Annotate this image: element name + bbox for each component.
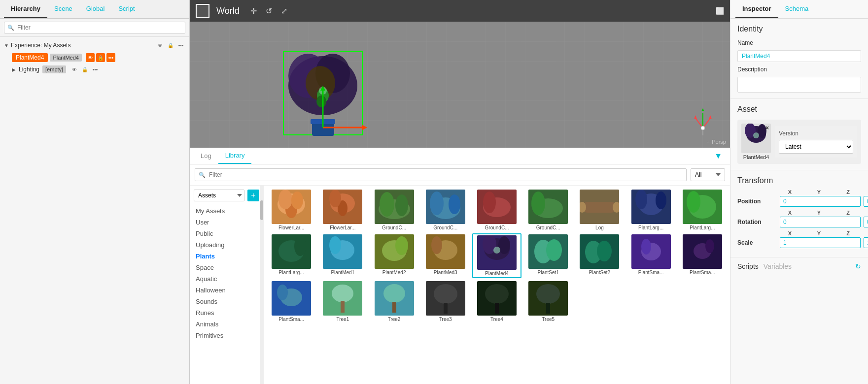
scale-icon[interactable]: ⤢ [281, 6, 287, 16]
category-plants[interactable]: Plants [190, 251, 263, 262]
svg-point-50 [329, 236, 341, 254]
move-icon[interactable]: ✛ [250, 6, 257, 16]
lock-icon-selected[interactable]: 🔒 [96, 53, 105, 62]
category-runes[interactable]: Runes [190, 307, 263, 319]
rotation-x-input[interactable] [780, 217, 861, 227]
asset-item-plantlarg1[interactable]: PlantLarg... [626, 189, 676, 231]
viewport-square-icon[interactable] [196, 4, 209, 18]
asset-item-plantsma1[interactable]: PlantSma... [626, 233, 676, 278]
scale-y-input[interactable] [864, 237, 868, 248]
assets-dropdown[interactable]: Assets [194, 190, 244, 201]
asset-item-plantsma3[interactable]: PlantSma... [267, 280, 316, 323]
tab-inspector[interactable]: Inspector [735, 0, 778, 18]
sidebar-scrollbar [260, 186, 263, 384]
library-filter-select[interactable]: All [691, 168, 725, 181]
library-expand-btn[interactable]: ▼ [710, 150, 726, 162]
desc-input[interactable] [737, 77, 861, 93]
tab-schema[interactable]: Schema [778, 0, 816, 18]
rotation-y-input[interactable] [864, 217, 868, 227]
asset-item-plantsma2[interactable]: PlantSma... [678, 233, 727, 278]
asset-item-plantmed4[interactable]: PlantMed4 [472, 233, 521, 278]
asset-item-groundc3[interactable]: GroundC... [472, 189, 521, 231]
asset-item-groundc2[interactable]: GroundC... [421, 189, 470, 231]
scale-x-input[interactable] [780, 237, 861, 248]
eye-icon-selected[interactable]: 👁 [86, 53, 95, 62]
category-sounds[interactable]: Sounds [190, 296, 263, 307]
svg-point-31 [395, 194, 408, 216]
category-space[interactable]: Space [190, 262, 263, 273]
asset-label: PlantSma... [690, 270, 715, 275]
desc-label: Description [737, 66, 777, 73]
category-animals[interactable]: Animals [190, 319, 263, 330]
category-halloween[interactable]: Halloween [190, 285, 263, 296]
svg-point-28 [329, 190, 341, 207]
asset-item-tree1[interactable]: Tree1 [318, 280, 367, 323]
more-icon-selected[interactable]: ••• [106, 53, 115, 62]
asset-item-tree5[interactable]: Tree5 [523, 280, 573, 323]
eye-icon[interactable]: 👁 [156, 41, 165, 50]
asset-item-plantmed2[interactable]: PlantMed2 [369, 233, 418, 278]
tab-global[interactable]: Global [79, 0, 112, 18]
asset-card-close-btn[interactable]: × [765, 125, 769, 131]
version-select[interactable]: Latest [779, 140, 853, 154]
asset-item-plantset2[interactable]: PlantSet2 [575, 233, 624, 278]
library-filter-input[interactable] [195, 168, 687, 181]
more-icon-lighting[interactable]: ••• [91, 65, 100, 74]
tab-script[interactable]: Script [111, 0, 141, 18]
tab-scene[interactable]: Scene [47, 0, 79, 18]
asset-label: GroundC... [433, 225, 457, 230]
viewport-canvas: ←Persp [190, 22, 730, 148]
refresh-icon[interactable]: ↻ [855, 262, 861, 270]
viewport-toolbar: World ✛ ↺ ⤢ ⬜ [190, 0, 730, 22]
svg-point-82 [753, 132, 759, 138]
hierarchy-filter-input[interactable] [4, 22, 185, 33]
rotate-icon[interactable]: ↺ [266, 6, 272, 16]
tree-item-experience[interactable]: ▼ Experience: My Assets 👁 🔒 ••• [0, 39, 189, 52]
asset-item-plantmed1[interactable]: PlantMed1 [318, 233, 367, 278]
asset-item-plantlarg3[interactable]: PlantLarg... [267, 233, 316, 278]
svg-point-60 [546, 239, 562, 261]
svg-point-71 [383, 284, 405, 303]
scale-row: Scale [737, 237, 861, 248]
position-x-input[interactable] [780, 196, 861, 207]
asset-label: Tree1 [336, 317, 349, 322]
category-my-assets[interactable]: My Assets [190, 205, 263, 217]
asset-item-flowerlar2[interactable]: FlowerLar... [318, 189, 367, 231]
asset-label: PlantSma... [278, 317, 304, 322]
inspector-panel: Inspector Schema Identity Name Descripti… [730, 0, 868, 384]
tab-library[interactable]: Library [218, 148, 252, 164]
left-tab-bar: Hierarchy Scene Global Script [0, 0, 189, 19]
viewport-tools: ✛ ↺ ⤢ [250, 6, 287, 16]
tab-log[interactable]: Log [194, 148, 218, 163]
asset-item-plantmed3[interactable]: PlantMed3 [421, 233, 470, 278]
tab-hierarchy[interactable]: Hierarchy [4, 0, 47, 18]
fullscreen-icon[interactable]: ⬜ [716, 7, 724, 15]
tree-item-lighting[interactable]: ▶ Lighting [empty] 👁 🔒 ••• [0, 64, 189, 75]
eye-icon-lighting[interactable]: 👁 [70, 65, 79, 74]
asset-item-plantlarg2[interactable]: PlantLarg... [678, 189, 727, 231]
asset-item-tree4[interactable]: Tree4 [472, 280, 521, 323]
asset-item-flowerlar1[interactable]: FlowerLar... [267, 189, 316, 231]
position-y-input[interactable] [864, 196, 868, 207]
svg-rect-39 [582, 202, 617, 213]
category-aquatic[interactable]: Aquatic [190, 273, 263, 285]
add-asset-button[interactable]: + [247, 190, 259, 201]
category-user[interactable]: User [190, 217, 263, 228]
more-icon[interactable]: ••• [176, 41, 185, 50]
lock-icon-lighting[interactable]: 🔒 [80, 65, 89, 74]
lock-icon[interactable]: 🔒 [166, 41, 175, 50]
asset-item-tree2[interactable]: Tree2 [369, 280, 418, 323]
category-primitives[interactable]: Primitives [190, 330, 263, 341]
category-public[interactable]: Public [190, 228, 263, 239]
asset-item-tree3[interactable]: Tree3 [421, 280, 470, 323]
asset-item-groundc1[interactable]: GroundC... [369, 189, 418, 231]
name-input[interactable] [737, 50, 861, 62]
category-uploading[interactable]: Uploading [190, 239, 263, 251]
asset-item-plantset1[interactable]: PlantSet1 [523, 233, 573, 278]
asset-item-groundc4[interactable]: GroundC... [523, 189, 573, 231]
tree-item-plantmed4[interactable]: PlantMed4 PlantMed4 👁 🔒 ••• [0, 52, 189, 64]
asset-thumb-wrapper: × PlantMed4 [741, 124, 771, 160]
transform-title: Transform [737, 176, 861, 185]
svg-point-6 [316, 96, 326, 107]
asset-item-log[interactable]: Log [575, 189, 624, 231]
